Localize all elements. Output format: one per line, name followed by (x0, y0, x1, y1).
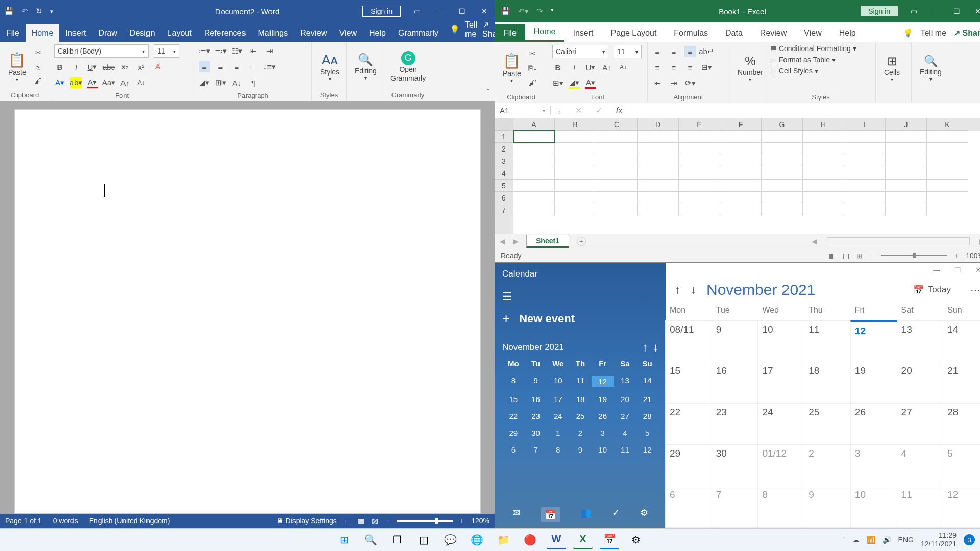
inc-indent-icon[interactable]: ⇥ (668, 78, 679, 89)
zoom-level[interactable]: 100% (966, 252, 980, 260)
cell[interactable] (803, 131, 844, 143)
excel-taskbar-icon[interactable]: X (573, 530, 593, 549)
cell[interactable] (927, 180, 968, 192)
cell[interactable] (886, 131, 927, 143)
mini-day[interactable]: 18 (569, 395, 592, 404)
prev-month-icon[interactable]: ↑ (675, 283, 680, 296)
cell[interactable] (596, 192, 638, 204)
day-cell[interactable]: 23 (712, 403, 758, 445)
day-cell[interactable]: 4 (897, 444, 944, 486)
cell[interactable] (803, 204, 844, 216)
cell[interactable] (555, 143, 596, 155)
next-month-icon[interactable]: ↓ (691, 283, 696, 296)
day-cell[interactable]: 25 (804, 403, 851, 445)
tab-review[interactable]: Review (294, 24, 333, 42)
cell[interactable] (679, 180, 720, 192)
grammarly-button[interactable]: GOpen Grammarly (386, 50, 430, 84)
tell-me[interactable]: Tell me (920, 29, 946, 38)
tab-formulas[interactable]: Formulas (665, 24, 717, 42)
tab-view[interactable]: View (795, 24, 830, 42)
format-painter-icon[interactable]: 🖌 (33, 76, 44, 87)
chrome-icon[interactable]: 🔴 (520, 530, 540, 549)
styles-button[interactable]: AᴀStyles▾ (316, 51, 344, 83)
tab-view[interactable]: View (333, 24, 363, 42)
day-cell[interactable]: 24 (757, 403, 804, 445)
underline-icon[interactable]: U▾ (585, 62, 596, 73)
orientation-icon[interactable]: ⟳▾ (684, 78, 696, 89)
cell[interactable] (513, 192, 555, 204)
mini-day[interactable]: 29 (502, 429, 525, 437)
line-spacing-icon[interactable]: ↕≡▾ (264, 61, 275, 72)
close-icon[interactable]: ✕ (972, 7, 980, 15)
text-effects-icon[interactable]: A▾ (54, 77, 65, 88)
mini-day[interactable]: 14 (636, 376, 658, 387)
zoom-in-icon[interactable]: + (460, 517, 464, 525)
cell[interactable] (803, 155, 844, 167)
tray-chevron-icon[interactable]: ˄ (842, 536, 845, 544)
cells-button[interactable]: ⊞Cells▾ (880, 53, 904, 83)
paste-button[interactable]: 📋Paste▾ (4, 51, 31, 83)
cell[interactable] (555, 155, 596, 167)
bullets-icon[interactable]: ≔▾ (199, 45, 210, 57)
cell[interactable] (762, 192, 803, 204)
word-document-area[interactable] (0, 101, 495, 514)
grow-font-icon[interactable]: A↑ (119, 77, 131, 88)
zoom-out-icon[interactable]: − (870, 252, 874, 260)
mini-day[interactable]: 10 (547, 376, 569, 387)
cell[interactable] (886, 155, 927, 167)
cancel-icon[interactable]: ✕ (568, 106, 589, 115)
mini-day[interactable]: 16 (525, 395, 547, 404)
tab-mailings[interactable]: Mailings (252, 24, 295, 42)
cell[interactable] (513, 143, 555, 155)
shrink-font-icon[interactable]: A↓ (136, 77, 147, 88)
zoom-level[interactable]: 120% (471, 517, 489, 525)
fill-color-icon[interactable]: ◢▾ (569, 78, 580, 89)
day-cell[interactable]: 29 (665, 444, 712, 486)
cell[interactable] (513, 180, 555, 192)
cell[interactable] (927, 143, 968, 155)
mini-day[interactable]: 23 (525, 412, 547, 420)
widgets-icon[interactable]: ◫ (414, 530, 433, 549)
page-layout-icon[interactable]: ▤ (843, 252, 849, 260)
day-cell[interactable]: 14 (943, 320, 980, 362)
mini-day[interactable]: 11 (614, 445, 636, 454)
cell[interactable] (555, 180, 596, 192)
maximize-icon[interactable]: ☐ (456, 7, 468, 15)
cell[interactable] (596, 143, 638, 155)
mini-next-icon[interactable]: ↓ (653, 341, 658, 354)
language-icon[interactable]: ENG (898, 536, 914, 544)
notification-badge[interactable]: 3 (964, 534, 975, 545)
chat-icon[interactable]: 💬 (440, 530, 460, 549)
mini-day[interactable]: 4 (614, 429, 636, 437)
day-cell[interactable]: 08/11 (665, 320, 712, 362)
cell[interactable] (886, 143, 927, 155)
cell[interactable] (844, 155, 886, 167)
day-cell[interactable]: 13 (897, 320, 944, 362)
cell[interactable] (844, 131, 886, 143)
mini-day[interactable]: 30 (525, 429, 547, 437)
strike-icon[interactable]: abc (103, 61, 114, 72)
h-scrollbar[interactable] (827, 237, 970, 245)
cell[interactable] (886, 180, 927, 192)
mini-day[interactable]: 12 (636, 445, 658, 454)
day-cell[interactable]: 20 (897, 362, 944, 404)
change-case-icon[interactable]: Aa▾ (103, 77, 114, 88)
cell[interactable] (720, 143, 762, 155)
day-cell[interactable]: 16 (712, 362, 758, 404)
day-cell[interactable]: 10 (757, 320, 804, 362)
tab-draw[interactable]: Draw (92, 24, 123, 42)
cell[interactable] (927, 204, 968, 216)
select-all-corner[interactable] (495, 118, 513, 131)
display-settings[interactable]: 🖥 Display Settings (277, 517, 337, 525)
read-mode-icon[interactable]: ▤ (344, 517, 351, 525)
new-event-button[interactable]: +New event (502, 311, 658, 327)
settings-taskbar-icon[interactable]: ⚙ (626, 530, 646, 549)
cell[interactable] (844, 180, 886, 192)
align-center-icon[interactable]: ≡ (668, 62, 679, 73)
cut-icon[interactable]: ✂ (33, 47, 44, 58)
mini-day[interactable]: 26 (592, 412, 614, 420)
tab-review[interactable]: Review (751, 24, 795, 42)
word-taskbar-icon[interactable]: W (547, 530, 566, 549)
day-cell[interactable]: 7 (712, 486, 758, 528)
cell[interactable] (638, 204, 679, 216)
